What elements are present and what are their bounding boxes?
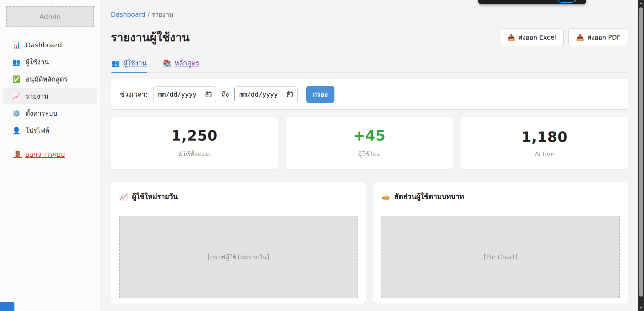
tab-bar: 👥 ผู้ใช้งาน 📚 หลักสูตร <box>111 58 628 73</box>
users-by-role-chart-placeholder: [Pie Chart] <box>381 216 620 298</box>
users-by-role-chart-card: 🥧 สัดส่วนผู้ใช้ตามบทบาท [Pie Chart] <box>373 182 628 304</box>
download-tray-icon: 📥 <box>507 34 515 41</box>
sidebar-item-label: รายงาน <box>26 91 48 102</box>
daily-new-users-chart-card: 📈 ผู้ใช้ใหม่รายวัน [กราฟผู้ใช้ใหม่รายวัน… <box>111 182 366 304</box>
people-icon: 👥 <box>111 59 120 67</box>
breadcrumb: Dashboard / รายงาน <box>111 9 628 19</box>
start-date-input[interactable] <box>157 90 197 98</box>
calendar-icon[interactable] <box>205 91 212 98</box>
calendar-icon[interactable] <box>286 91 293 98</box>
charts-row: 📈 ผู้ใช้ใหม่รายวัน [กราฟผู้ใช้ใหม่รายวัน… <box>111 182 628 304</box>
sidebar-divider <box>6 140 94 140</box>
export-pdf-label: ส่งออก PDF <box>588 32 620 42</box>
breadcrumb-home-link[interactable]: Dashboard <box>111 11 145 18</box>
stat-card-active-users: 1,180 Active <box>461 117 628 169</box>
breadcrumb-separator: / <box>147 11 149 18</box>
sidebar-item-label: Dashboard <box>26 41 62 49</box>
sidebar-item-label: อนุมัติหลักสูตร <box>26 74 67 85</box>
pie-icon: 🥧 <box>381 193 390 201</box>
sidebar-item-label: ตั้งค่าระบบ <box>26 108 57 119</box>
people-icon: 👥 <box>12 58 21 66</box>
export-excel-label: ส่งออก Excel <box>518 32 556 42</box>
line-chart-icon: 📈 <box>119 193 128 201</box>
active-users-value: 1,180 <box>521 129 568 145</box>
sidebar-item-settings[interactable]: ⚙️ ตั้งค่าระบบ <box>3 105 97 121</box>
export-buttons: 📥 ส่งออก Excel 📥 ส่งออก PDF <box>500 29 628 46</box>
export-excel-button[interactable]: 📥 ส่งออก Excel <box>500 29 564 46</box>
browser-toast <box>478 0 586 4</box>
tab-courses[interactable]: 📚 หลักสูตร <box>163 58 199 73</box>
sidebar-item-profile[interactable]: 👤 โปรไฟล์ <box>3 122 97 139</box>
active-users-label: Active <box>535 150 554 158</box>
logout-link[interactable]: 🚪 ออกจากระบบ <box>13 149 65 160</box>
tab-users[interactable]: 👥 ผู้ใช้งาน <box>111 58 147 73</box>
date-range-label: ช่วงเวลา: <box>120 89 148 100</box>
sidebar-item-dashboard[interactable]: 📊 Dashboard <box>3 37 97 53</box>
vertical-scrollbar <box>638 0 644 311</box>
total-users-label: ผู้ใช้ทั้งหมด <box>179 149 210 159</box>
toast-button-outline[interactable] <box>557 0 577 3</box>
daily-new-users-chart-placeholder: [กราฟผู้ใช้ใหม่รายวัน] <box>119 216 358 298</box>
breadcrumb-current: รายงาน <box>152 11 174 18</box>
line-chart-icon: 📈 <box>12 92 21 100</box>
sidebar: Admin 📊 Dashboard 👥 ผู้ใช้งาน ✅ อนุมัติห… <box>0 0 100 311</box>
main-content: Dashboard / รายงาน รายงานผู้ใช้งาน 📥 ส่ง… <box>100 0 638 311</box>
sidebar-item-reports[interactable]: 📈 รายงาน <box>3 88 97 104</box>
door-icon: 🚪 <box>13 150 22 158</box>
users-by-role-chart-title: สัดส่วนผู้ใช้ตามบทบาท <box>394 191 464 202</box>
sidebar-item-label: ผู้ใช้งาน <box>26 57 49 67</box>
stat-card-total-users: 1,250 ผู้ใช้ทั้งหมด <box>111 117 278 169</box>
stat-card-new-users: +45 ผู้ใช้ใหม่ <box>286 117 453 169</box>
books-icon: 📚 <box>163 59 171 67</box>
start-date-field <box>153 87 216 102</box>
person-icon: 👤 <box>12 126 21 135</box>
scrollbar-thumb[interactable] <box>639 7 643 297</box>
end-date-field <box>234 87 297 102</box>
filter-button[interactable]: กรอง <box>306 86 334 103</box>
tab-users-label: ผู้ใช้งาน <box>123 58 147 68</box>
bar-chart-icon: 📊 <box>12 41 21 49</box>
download-tray-icon: 📥 <box>576 34 584 41</box>
tab-courses-label: หลักสูตร <box>175 58 199 68</box>
gear-icon: ⚙️ <box>12 109 21 117</box>
new-users-label: ผู้ใช้ใหม่ <box>358 149 381 159</box>
daily-new-users-chart-title: ผู้ใช้ใหม่รายวัน <box>132 191 178 202</box>
logout-label: ออกจากระบบ <box>25 149 65 160</box>
check-icon: ✅ <box>12 75 21 83</box>
to-label: ถึง <box>222 89 229 100</box>
status-chip <box>0 302 14 311</box>
export-pdf-button[interactable]: 📥 ส่งออก PDF <box>568 29 628 46</box>
chart-divider <box>119 209 358 209</box>
stats-row: 1,250 ผู้ใช้ทั้งหมด +45 ผู้ใช้ใหม่ 1,180… <box>111 117 628 169</box>
end-date-input[interactable] <box>239 90 278 98</box>
scroll-down-arrow-icon[interactable] <box>639 307 643 309</box>
sidebar-nav: 📊 Dashboard 👥 ผู้ใช้งาน ✅ อนุมัติหลักสูต… <box>0 37 100 139</box>
chart-divider <box>381 209 620 209</box>
new-users-value: +45 <box>353 127 386 144</box>
sidebar-item-course-approval[interactable]: ✅ อนุมัติหลักสูตร <box>3 71 97 87</box>
sidebar-item-users[interactable]: 👥 ผู้ใช้งาน <box>3 54 97 70</box>
scroll-up-arrow-icon[interactable] <box>639 2 643 4</box>
page-title: รายงานผู้ใช้งาน <box>111 28 190 46</box>
brand-badge: Admin <box>6 6 94 27</box>
total-users-value: 1,250 <box>171 127 218 144</box>
date-filter-panel: ช่วงเวลา: ถึง กรอง <box>111 79 628 110</box>
sidebar-item-label: โปรไฟล์ <box>26 125 49 136</box>
